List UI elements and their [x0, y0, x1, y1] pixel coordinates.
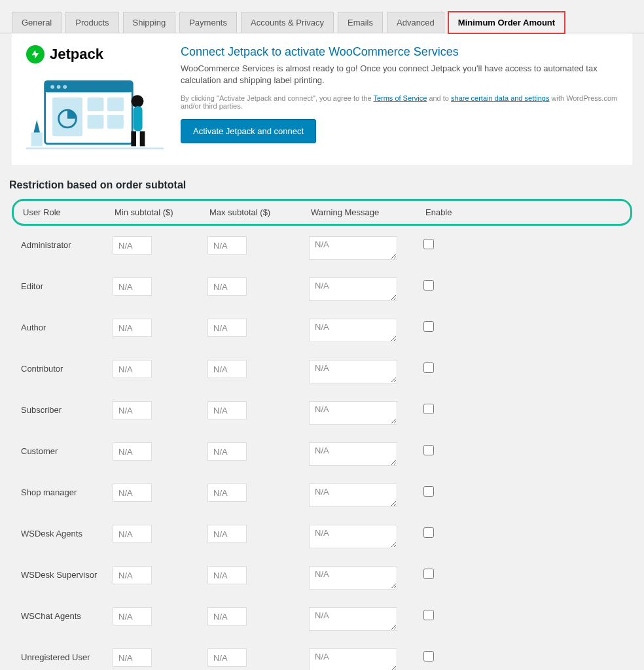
enable-checkbox[interactable] — [423, 239, 434, 249]
jetpack-brand-text: Jetpack — [50, 46, 103, 63]
jetpack-illustration: Jetpack — [26, 45, 164, 153]
tab-advanced[interactable]: Advanced — [387, 12, 444, 33]
section-title: Restriction based on order subtotal — [0, 177, 644, 199]
max-subtotal-input[interactable] — [207, 277, 247, 296]
enable-checkbox[interactable] — [423, 280, 434, 291]
warning-message-input[interactable] — [309, 442, 397, 466]
enable-checkbox[interactable] — [423, 527, 434, 538]
svg-marker-0 — [32, 50, 39, 58]
warning-message-input[interactable] — [309, 484, 397, 507]
min-subtotal-input[interactable] — [113, 401, 152, 419]
col-min-subtotal: Min subtotal ($) — [115, 207, 203, 217]
banner-title: Connect Jetpack to activate WooCommerce … — [181, 45, 618, 59]
table-row: Shop manager — [12, 480, 632, 521]
warning-message-input[interactable] — [309, 525, 397, 548]
max-subtotal-input[interactable] — [207, 360, 247, 378]
role-label: Author — [21, 319, 106, 332]
role-label: Shop manager — [21, 484, 106, 497]
min-subtotal-input[interactable] — [113, 360, 152, 378]
table-row: Contributor — [12, 356, 632, 397]
min-subtotal-input[interactable] — [113, 566, 152, 584]
settings-tabs: General Products Shipping Payments Accou… — [0, 0, 644, 33]
min-subtotal-input[interactable] — [113, 484, 152, 502]
role-label: Subscriber — [21, 401, 106, 415]
warning-message-input[interactable] — [309, 319, 397, 342]
role-label: WSChat Agents — [21, 607, 106, 621]
enable-checkbox[interactable] — [423, 569, 434, 579]
legal-mid: and to — [429, 94, 451, 102]
banner-legal-text: By clicking "Activate Jetpack and connec… — [181, 94, 618, 110]
svg-rect-10 — [88, 115, 104, 129]
role-label: Administrator — [21, 236, 106, 250]
enable-checkbox[interactable] — [423, 486, 434, 497]
max-subtotal-input[interactable] — [207, 442, 247, 461]
min-subtotal-input[interactable] — [113, 525, 152, 543]
jetpack-mark-icon — [26, 45, 45, 63]
tab-products[interactable]: Products — [65, 12, 118, 33]
min-subtotal-input[interactable] — [113, 236, 152, 255]
min-subtotal-input[interactable] — [113, 607, 152, 626]
max-subtotal-input[interactable] — [207, 566, 247, 584]
max-subtotal-input[interactable] — [207, 607, 247, 626]
min-subtotal-input[interactable] — [113, 648, 152, 667]
svg-point-13 — [131, 95, 143, 107]
svg-rect-8 — [88, 97, 104, 111]
enable-checkbox[interactable] — [423, 404, 434, 414]
max-subtotal-input[interactable] — [207, 525, 247, 543]
svg-point-5 — [63, 85, 67, 89]
tab-shipping[interactable]: Shipping — [123, 12, 176, 33]
role-label: Editor — [21, 277, 106, 291]
warning-message-input[interactable] — [309, 401, 397, 425]
warning-message-input[interactable] — [309, 566, 397, 590]
role-label: Unregistered User — [21, 648, 106, 662]
col-user-role: User Role — [23, 207, 108, 217]
restriction-table: User Role Min subtotal ($) Max subtotal … — [12, 199, 632, 670]
role-label: WSDesk Agents — [21, 525, 106, 538]
min-subtotal-input[interactable] — [113, 319, 152, 337]
table-row: WSChat Agents — [12, 603, 632, 644]
svg-point-4 — [57, 85, 61, 89]
table-row: Unregistered User — [12, 644, 632, 670]
min-subtotal-input[interactable] — [113, 442, 152, 461]
enable-checkbox[interactable] — [423, 445, 434, 455]
svg-rect-17 — [26, 147, 164, 149]
max-subtotal-input[interactable] — [207, 648, 247, 667]
jetpack-banner-content: Connect Jetpack to activate WooCommerce … — [181, 45, 618, 143]
svg-point-3 — [50, 85, 54, 89]
jetpack-logo: Jetpack — [26, 45, 164, 63]
enable-checkbox[interactable] — [423, 651, 434, 661]
warning-message-input[interactable] — [309, 277, 397, 301]
tab-payments[interactable]: Payments — [179, 12, 237, 33]
max-subtotal-input[interactable] — [207, 484, 247, 502]
enable-checkbox[interactable] — [423, 610, 434, 620]
warning-message-input[interactable] — [309, 360, 397, 383]
table-row: Administrator — [12, 232, 632, 273]
terms-of-service-link[interactable]: Terms of Service — [373, 94, 427, 102]
tab-minimum-order-amount[interactable]: Minimum Order Amount — [448, 12, 565, 33]
enable-checkbox[interactable] — [423, 321, 434, 332]
tab-accounts-privacy[interactable]: Accounts & Privacy — [241, 12, 334, 33]
min-subtotal-input[interactable] — [113, 277, 152, 296]
warning-message-input[interactable] — [309, 607, 397, 631]
svg-rect-14 — [134, 106, 142, 131]
max-subtotal-input[interactable] — [207, 319, 247, 337]
share-data-link[interactable]: share certain data and settings — [451, 94, 549, 102]
max-subtotal-input[interactable] — [207, 401, 247, 419]
table-row: Author — [12, 315, 632, 356]
warning-message-input[interactable] — [309, 236, 397, 260]
table-row: WSDesk Agents — [12, 521, 632, 562]
jetpack-banner: Jetpack — [12, 33, 632, 165]
col-warning-message: Warning Message — [311, 207, 419, 217]
svg-rect-12 — [31, 132, 43, 146]
tab-general[interactable]: General — [12, 12, 62, 33]
col-max-subtotal: Max subtotal ($) — [209, 207, 304, 217]
enable-checkbox[interactable] — [423, 362, 434, 373]
max-subtotal-input[interactable] — [207, 236, 247, 255]
tab-emails[interactable]: Emails — [338, 12, 383, 33]
browser-illustration-icon — [26, 70, 164, 151]
svg-rect-16 — [140, 132, 145, 147]
role-label: WSDesk Supervisor — [21, 566, 106, 580]
activate-jetpack-button[interactable]: Activate Jetpack and connect — [181, 119, 316, 143]
table-row: WSDesk Supervisor — [12, 562, 632, 603]
warning-message-input[interactable] — [309, 648, 397, 670]
